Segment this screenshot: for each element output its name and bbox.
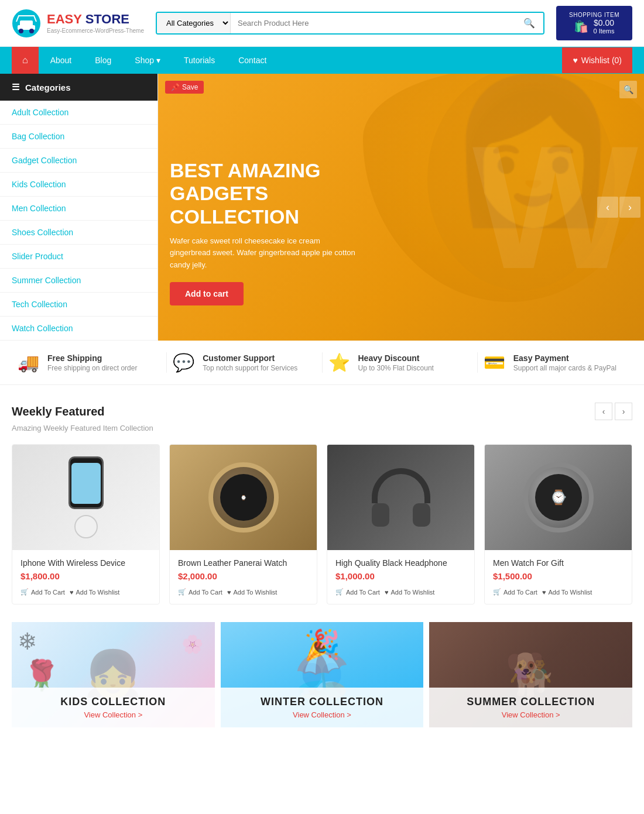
hero-next-button[interactable]: › <box>619 197 640 218</box>
section-subtitle: Amazing Weekly Featured Item Collection <box>12 424 632 432</box>
feature-payment-text: Easy Payment Support all major cards & P… <box>513 353 616 372</box>
nav-item-shop[interactable]: Shop ▾ <box>123 47 172 73</box>
header: EASY STORE Easy-Ecommerce-WordPress-Them… <box>0 0 644 47</box>
sidebar-item-kids[interactable]: Kids Collection <box>0 173 157 197</box>
nav-item-contact[interactable]: Contact <box>227 47 278 73</box>
cart-items: 0 Items <box>593 28 614 35</box>
payment-icon: 💳 <box>484 352 505 373</box>
summer-collection-title: SUMMER COLLECTION <box>439 696 623 708</box>
sidebar-item-shoes[interactable]: Shoes Collection <box>0 221 157 245</box>
product-actions-2: 🛒 Add To Cart ♥ Add To Wishlist <box>335 588 466 596</box>
feature-payment: 💳 Easy Payment Support all major cards &… <box>478 352 632 373</box>
sidebar-item-watch[interactable]: Watch Collection <box>0 317 157 341</box>
product-image-1: ⌚ <box>170 445 317 550</box>
collection-section: 👧 ❄ 🌸 🌹 KIDS COLLECTION View Collection … <box>0 622 644 745</box>
feature-payment-title: Easy Payment <box>513 353 616 363</box>
features-bar: 🚚 Free Shipping Free shipping on direct … <box>0 341 644 385</box>
nav-home-button[interactable]: ⌂ <box>12 47 39 74</box>
feature-discount-title: Heavy Discount <box>358 353 434 363</box>
heart-icon-2: ♥ <box>385 589 389 596</box>
product-actions-3: 🛒 Add To Cart ♥ Add To Wishlist <box>493 588 624 596</box>
collection-card-winter[interactable]: 👥 🎉 🏖️ WINTER COLLECTION View Collection… <box>221 622 424 727</box>
product-info-2: High Quality Black Headphone $1,000.00 🛒… <box>327 550 474 604</box>
hero-cta-button[interactable]: Add to cart <box>170 282 244 305</box>
product-info-1: Brown Leather Panerai Watch $2,000.00 🛒 … <box>170 550 317 604</box>
nav-item-about[interactable]: About <box>39 47 84 73</box>
sidebar-item-tech[interactable]: Tech Collection <box>0 293 157 317</box>
add-to-wishlist-0[interactable]: ♥ Add To Wishlist <box>70 589 120 596</box>
cart-icon-1: 🛒 <box>178 588 186 596</box>
search-button[interactable]: 🔍 <box>515 13 543 33</box>
wishlist-button[interactable]: ♥ Wishlist (0) <box>562 47 632 73</box>
logo-sub: Easy-Ecommerce-WordPress-Theme <box>47 28 144 35</box>
sidebar-menu-icon: ☰ <box>12 82 19 92</box>
product-name-3: Men Watch For Gift <box>493 558 624 568</box>
collection-card-summer[interactable]: 👫 🐕 SUMMER COLLECTION View Collection > <box>429 622 632 727</box>
hero-zoom-button[interactable]: 🔍 <box>619 81 637 98</box>
nav-item-blog[interactable]: Blog <box>83 47 123 73</box>
cart-icon-3: 🛒 <box>493 588 501 596</box>
collection-card-kids[interactable]: 👧 ❄ 🌸 🌹 KIDS COLLECTION View Collection … <box>12 622 215 727</box>
section-nav: ‹ › <box>595 403 632 420</box>
phone-shape <box>68 456 104 509</box>
feature-discount-desc: Up to 30% Flat Discount <box>358 364 434 372</box>
product-price-2: $1,000.00 <box>335 571 466 581</box>
logo: EASY STORE Easy-Ecommerce-WordPress-Them… <box>12 9 144 38</box>
hero-save-badge[interactable]: 📌 Save <box>165 81 204 94</box>
collection-grid: 👧 ❄ 🌸 🌹 KIDS COLLECTION View Collection … <box>12 622 632 727</box>
product-price-0: $1,800.00 <box>20 571 151 581</box>
kids-view-link[interactable]: View Collection > <box>21 710 205 719</box>
nav-item-tutorials[interactable]: Tutorials <box>172 47 227 73</box>
product-card-3: ⌚ Men Watch For Gift $1,500.00 🛒 Add To … <box>484 444 632 605</box>
logo-easy: EASY <box>47 12 82 26</box>
product-image-0 <box>12 445 159 550</box>
category-select[interactable]: All Categories <box>157 13 231 33</box>
svg-point-3 <box>19 29 23 33</box>
airpods-shape <box>74 515 98 538</box>
add-to-wishlist-1[interactable]: ♥ Add To Wishlist <box>227 589 278 596</box>
add-to-cart-1[interactable]: 🛒 Add To Cart <box>178 588 222 596</box>
heart-icon-1: ♥ <box>227 589 231 596</box>
sidebar-item-adult[interactable]: Adult Collection <box>0 101 157 125</box>
add-to-wishlist-3[interactable]: ♥ Add To Wishlist <box>542 589 592 596</box>
logo-store: STORE <box>82 12 130 26</box>
add-to-cart-2[interactable]: 🛒 Add To Cart <box>335 588 380 596</box>
product-name-0: Iphone With Wireless Device <box>20 558 151 568</box>
cart-price: $0.00 <box>594 18 614 28</box>
logo-title: EASY STORE <box>47 12 144 27</box>
search-bar: All Categories 🔍 <box>156 12 544 35</box>
summer-overlay: SUMMER COLLECTION View Collection > <box>429 688 632 727</box>
feature-shipping-title: Free Shipping <box>47 353 137 363</box>
product-card-2: High Quality Black Headphone $1,000.00 🛒… <box>327 444 475 605</box>
hero-banner: 👩 W 📌 Save ‹ › 🔍 BEST AMAZING GADGETS CO… <box>158 74 644 341</box>
cart-icon: 🛍️ <box>574 19 588 33</box>
cart-label: SHOPPING ITEM <box>566 12 623 18</box>
hero-prev-button[interactable]: ‹ <box>597 197 618 218</box>
product-actions-0: 🛒 Add To Cart ♥ Add To Wishlist <box>20 588 151 596</box>
zoom-icon: 🔍 <box>624 85 633 94</box>
support-icon: 💬 <box>173 352 194 373</box>
hero-description: Wafer cake sweet roll cheesecake ice cre… <box>170 235 357 272</box>
sidebar-item-slider[interactable]: Slider Product <box>0 245 157 269</box>
heart-icon-3: ♥ <box>542 589 546 596</box>
sidebar-item-bag[interactable]: Bag Collection <box>0 125 157 149</box>
search-input[interactable] <box>231 13 515 33</box>
feature-shipping-desc: Free shipping on direct order <box>47 364 137 372</box>
wishlist-label: Wishlist (0) <box>581 56 622 65</box>
logo-icon <box>12 9 41 38</box>
add-to-cart-0[interactable]: 🛒 Add To Cart <box>20 588 65 596</box>
kids-overlay: KIDS COLLECTION View Collection > <box>12 688 215 727</box>
sidebar-item-men[interactable]: Men Collection <box>0 197 157 221</box>
sidebar-item-summer[interactable]: Summer Collection <box>0 269 157 293</box>
cart-button[interactable]: SHOPPING ITEM 🛍️ $0.00 0 Items <box>556 6 632 40</box>
cart-icon-2: 🛒 <box>335 588 344 596</box>
featured-next-button[interactable]: › <box>615 403 632 420</box>
winter-view-link[interactable]: View Collection > <box>230 710 415 719</box>
featured-prev-button[interactable]: ‹ <box>595 403 612 420</box>
sidebar-item-gadget[interactable]: Gadget Collection <box>0 149 157 173</box>
add-to-cart-3[interactable]: 🛒 Add To Cart <box>493 588 537 596</box>
product-info-0: Iphone With Wireless Device $1,800.00 🛒 … <box>12 550 159 604</box>
add-to-wishlist-2[interactable]: ♥ Add To Wishlist <box>385 589 435 596</box>
pinterest-icon: 📌 <box>171 83 180 91</box>
summer-view-link[interactable]: View Collection > <box>439 710 623 719</box>
